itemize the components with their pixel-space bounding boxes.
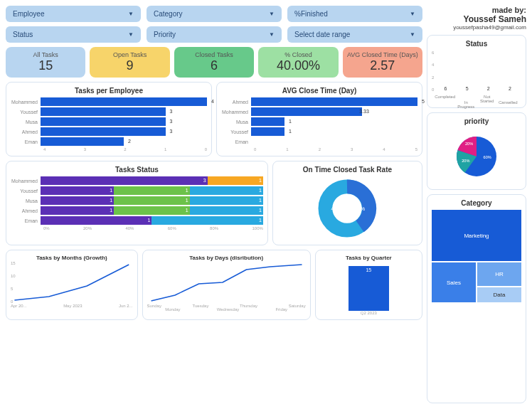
kpi-row: All Tasks15 Open Tasks9 Closed Tasks6 % … (6, 47, 422, 78)
category-dropdown[interactable]: Category▼ (147, 6, 282, 22)
slice-label: 40% (331, 206, 342, 212)
chart-axis: 43210 (11, 147, 207, 152)
kpi-open-tasks: Open Tasks9 (90, 47, 169, 78)
chevron-down-icon: ▼ (269, 31, 275, 38)
svg-text:60%: 60% (484, 155, 491, 159)
dropdown-label: Category (154, 10, 183, 18)
priority-pie: 20% 20% 60% (441, 128, 512, 185)
priority-dropdown[interactable]: Priority▼ (147, 26, 282, 43)
avg-close-time-card: AVG Close Time (Day) Ahmed5Mohammed3.33M… (216, 82, 422, 156)
kpi-all-tasks: All Tasks15 (6, 47, 85, 78)
dropdown-label: Priority (154, 31, 176, 38)
tasks-by-quarter-card: Tasks by Quarter 15 Q2 2023 (315, 250, 422, 320)
kpi-pct-closed: % Closed40.00% (258, 47, 338, 78)
slice-label: 60% (355, 206, 366, 212)
avg-close-time-chart: Ahmed5Mohammed3.33Musa1Youssef1Eman (221, 97, 417, 146)
chevron-down-icon: ▼ (128, 11, 134, 17)
status-card: Status 6420 6522 CompletedIn ProgressNot… (427, 35, 526, 108)
category-treemap: Marketing Sales HR Data (432, 210, 521, 302)
tasks-by-months-card: Tasks by Months (Growth) 151050 Apr 20..… (6, 250, 138, 320)
on-time-rate-card: On Time Closed Task Rate 40% 60% (272, 161, 422, 245)
kpi-value: 40.00% (261, 58, 335, 73)
kpi-value: 9 (92, 58, 166, 73)
kpi-label: AVG Closed Time (Days) (346, 51, 420, 58)
credits: made by: Youssef Sameh youssefpasha49@gm… (427, 6, 526, 31)
tasks-status-chart: Mohammed31Youssef111Musa111Ahmed111Eman1… (11, 176, 263, 225)
on-time-donut: 40% 60% (312, 176, 383, 240)
tasks-status-card: Tasks Status Mohammed31Youssef111Musa111… (6, 161, 268, 245)
status-dropdown[interactable]: Status▼ (6, 26, 141, 43)
kpi-label: Closed Tasks (177, 51, 251, 58)
author-email: youssefpasha49@gmail.com (427, 24, 526, 31)
dropdown-label: Employee (13, 10, 44, 18)
category-card: Category Marketing Sales HR Data (427, 194, 526, 403)
card-title: Status (432, 40, 521, 48)
card-title: Tasks Status (11, 166, 263, 174)
chevron-down-icon: ▼ (128, 31, 134, 38)
kpi-value: 15 (9, 58, 83, 73)
date-dropdown[interactable]: Select date range▼ (287, 26, 422, 43)
dropdown-label: Select date range (294, 31, 350, 38)
kpi-label: % Closed (261, 51, 335, 58)
kpi-label: Open Tasks (92, 51, 166, 58)
chart-axis: 0%20%40%60%80%100% (11, 226, 263, 230)
chevron-down-icon: ▼ (410, 31, 415, 38)
card-title: On Time Closed Task Rate (303, 166, 392, 174)
author-name: Youssef Sameh (427, 14, 526, 24)
card-title: Tasks by Months (Growth) (11, 255, 133, 261)
card-title: Tasks by Quarter (320, 255, 417, 261)
card-title: AVG Close Time (Day) (221, 87, 417, 95)
svg-text:20%: 20% (465, 142, 473, 146)
status-chart: 6522 (434, 51, 521, 93)
days-chart: SundayTuesdayThursdaySaturday MondayWedn… (147, 261, 306, 311)
kpi-avg-time: AVG Closed Time (Days)2.57 (343, 47, 422, 78)
finished-dropdown[interactable]: %Finished▼ (287, 6, 422, 22)
months-chart: 151050 Apr 20...May 2023Jun 2... (11, 261, 133, 311)
priority-card: priority 20% 20% 60% (427, 112, 526, 190)
card-title: Tasks by Days (disribution) (147, 255, 306, 261)
status-labels: CompletedIn ProgressNot StartedCanselled (432, 93, 521, 103)
card-title: Category (432, 199, 521, 207)
chevron-down-icon: ▼ (410, 11, 415, 17)
chart-axis: 012345 (221, 147, 417, 152)
kpi-closed-tasks: Closed Tasks6 (174, 47, 254, 78)
card-title: Tasks per Employee (11, 87, 207, 95)
tasks-per-employee-chart: Mohammed4Youssef3Musa3Ahmed3Eman2 (11, 97, 207, 146)
kpi-value: 6 (177, 58, 251, 73)
card-title: priority (432, 117, 521, 125)
dropdown-label: %Finished (294, 10, 328, 18)
kpi-value: 2.57 (346, 58, 420, 73)
tasks-per-employee-card: Tasks per Employee Mohammed4Youssef3Musa… (6, 82, 212, 156)
dropdown-label: Status (13, 31, 33, 38)
chevron-down-icon: ▼ (269, 11, 275, 17)
employee-dropdown[interactable]: Employee▼ (6, 6, 141, 22)
filters-row: Employee▼ Status▼ Category▼ Priority▼ %F… (6, 6, 422, 43)
quarter-chart: 15 (320, 261, 417, 311)
kpi-label: All Tasks (9, 51, 83, 58)
tasks-by-days-card: Tasks by Days (disribution) SundayTuesda… (142, 250, 311, 320)
made-by-label: made by: (427, 6, 526, 14)
svg-text:20%: 20% (462, 159, 469, 163)
